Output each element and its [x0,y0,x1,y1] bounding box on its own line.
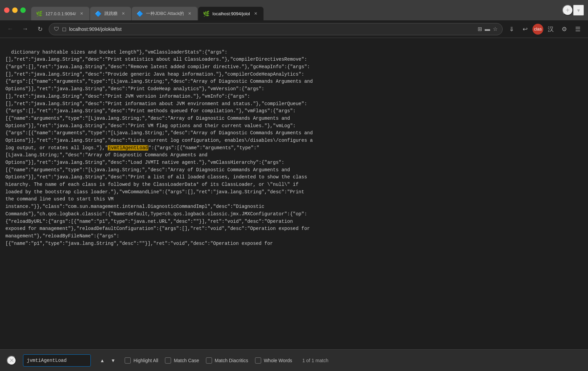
main-content: dictionary hashtable sizes and bucket le… [0,38,588,349]
url-text: localhost:9094/jolokia/list [69,26,475,32]
find-close-button[interactable]: ✕ [7,356,16,365]
tab-close-tab3[interactable]: ✕ [187,11,193,17]
findbar: ✕ ▲ ▼ Highlight All Match Case Match Dia… [0,349,588,371]
menu-button[interactable]: ☰ [572,23,584,35]
reload-button[interactable]: ↻ [34,23,46,35]
highlight-all-checkbox[interactable] [125,357,131,364]
highlight-all-option[interactable]: Highlight All [125,357,158,364]
back-button[interactable]: ← [4,23,16,35]
match-case-option[interactable]: Match Case [165,357,199,364]
tab-title-tab3: 一种JDBC Attack的 [146,11,184,17]
lock-icon: ◻ [62,26,66,32]
whole-words-checkbox[interactable] [255,357,261,364]
download-button[interactable]: ⇓ [505,23,518,35]
close-button[interactable] [4,7,9,13]
window-controls [4,7,26,13]
tab-title-tab4: localhost:9094/jolol [212,11,250,16]
shield-icon: 🛡 [54,26,59,32]
tab-tab4[interactable]: 🌿localhost:9094/jolol✕ [198,7,264,20]
tab-close-tab1[interactable]: ✕ [79,11,85,17]
match-case-checkbox[interactable] [165,357,171,364]
match-diacritics-label: Match Diacritics [215,358,248,363]
tab-favicon-tab3: 🔷 [136,11,143,17]
tab-tab3[interactable]: 🔷一种JDBC Attack的✕ [132,7,197,20]
tab-title-tab1: 127.0.0.1:9094/ [45,11,76,16]
nav-actions: ⇓ ↩ clas 汉 ⚙ ☰ [505,23,584,35]
maximize-button[interactable] [20,7,26,13]
titlebar: 🌿127.0.0.1:9094/✕🔷跳跳糖✕🔷一种JDBC Attack的✕🌿l… [0,0,588,20]
bookmark-icon[interactable]: ☆ [493,26,498,32]
profile-button[interactable]: clas [532,24,543,35]
tab-list-button[interactable]: ▾ [573,5,584,16]
tab-tab1[interactable]: 🌿127.0.0.1:9094/✕ [31,7,89,20]
search-highlight: jvmtiAgentLoad [108,145,148,151]
new-tab-button[interactable]: + [562,5,573,16]
forward-button[interactable]: → [19,23,31,35]
tab-favicon-tab2: 🔷 [95,11,102,17]
whole-words-option[interactable]: Whole Words [255,357,292,364]
back-nav-button[interactable]: ↩ [519,23,531,35]
match-diacritics-checkbox[interactable] [206,357,212,364]
find-next-button[interactable]: ▼ [108,356,118,365]
settings-button[interactable]: ⚙ [558,23,570,35]
reader-icon[interactable]: ▬ [485,26,490,32]
tab-bar: 🌿127.0.0.1:9094/✕🔷跳跳糖✕🔷一种JDBC Attack的✕🌿l… [31,0,562,20]
tab-title-tab2: 跳跳糖 [104,11,118,17]
minimize-button[interactable] [12,7,18,13]
highlight-all-label: Highlight All [133,358,158,363]
whole-words-label: Whole Words [264,358,292,363]
content-before-highlight: dictionary hashtable sizes and bucket le… [5,50,313,151]
navbar: ← → ↻ 🛡 ◻ localhost:9094/jolokia/list ⊞ … [0,20,588,38]
translate-button[interactable]: 汉 [545,23,557,35]
tab-tab2[interactable]: 🔷跳跳糖✕ [90,7,131,20]
tab-close-tab4[interactable]: ✕ [253,11,259,17]
match-count: 1 of 1 match [302,358,328,363]
find-navigation: ▲ ▼ [98,356,118,365]
url-bar[interactable]: 🛡 ◻ localhost:9094/jolokia/list ⊞ ▬ ☆ [49,23,503,35]
content-after-highlight: ":{"args":[{"name":"arguments","type":" … [5,145,310,246]
match-diacritics-option[interactable]: Match Diacritics [206,357,248,364]
qr-icon[interactable]: ⊞ [478,26,482,32]
match-case-label: Match Case [174,358,199,363]
find-prev-button[interactable]: ▲ [98,356,107,365]
find-input-wrap[interactable] [23,354,91,367]
tab-favicon-tab4: 🌿 [203,11,210,17]
tab-favicon-tab1: 🌿 [36,11,43,17]
tab-close-tab2[interactable]: ✕ [120,11,126,17]
find-input[interactable] [27,358,81,363]
